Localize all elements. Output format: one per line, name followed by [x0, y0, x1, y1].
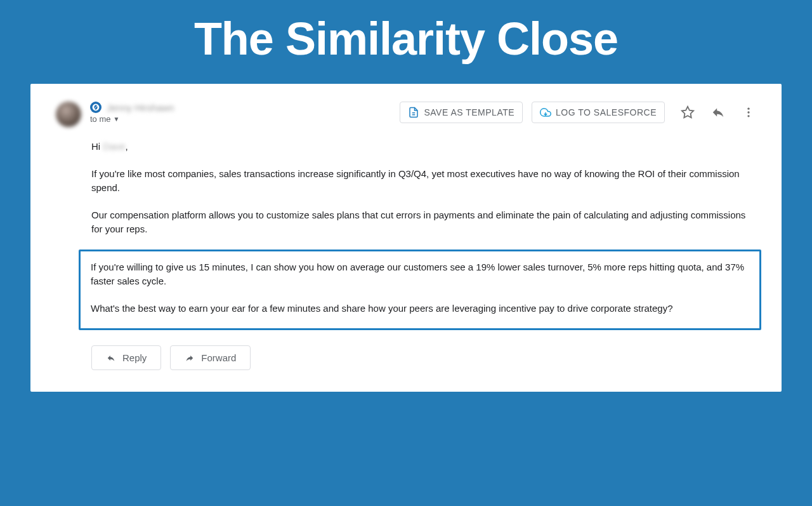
email-footer: Reply Forward: [91, 345, 756, 370]
sender-brand-icon: [90, 102, 102, 113]
cloud-icon: [540, 107, 551, 118]
svg-point-1: [747, 108, 749, 110]
save-template-button[interactable]: SAVE AS TEMPLATE: [400, 102, 523, 123]
log-salesforce-button[interactable]: LOG TO SALESFORCE: [532, 102, 665, 123]
reply-button[interactable]: Reply: [91, 345, 161, 370]
email-header: Jenny Hirshawn to me ▼ SAVE AS TEMPLATE: [56, 102, 756, 127]
greeting-line: Hi Dave,: [91, 140, 756, 154]
greeting-suffix: ,: [125, 141, 128, 152]
email-card: Jenny Hirshawn to me ▼ SAVE AS TEMPLATE: [30, 84, 782, 392]
svg-marker-0: [682, 107, 693, 117]
recipient-label: to me: [90, 114, 111, 124]
greeting-name: Dave: [103, 140, 125, 154]
forward-label: Forward: [201, 352, 236, 363]
greeting-prefix: Hi: [91, 141, 103, 152]
reply-arrow-icon: [106, 354, 116, 363]
body-paragraph-4: What's the best way to earn your ear for…: [91, 302, 749, 316]
chevron-down-icon: ▼: [114, 116, 120, 123]
save-template-label: SAVE AS TEMPLATE: [424, 107, 514, 117]
highlight-box: If you're willing to give us 15 minutes,…: [79, 250, 761, 331]
body-paragraph-2: Our compensation platform allows you to …: [91, 208, 756, 237]
svg-point-3: [747, 115, 749, 117]
reply-icon[interactable]: [710, 105, 726, 120]
document-icon: [408, 107, 419, 118]
page-title: The Similarity Close: [0, 0, 812, 84]
header-actions: SAVE AS TEMPLATE LOG TO SALESFORCE: [400, 102, 756, 123]
reply-label: Reply: [122, 352, 147, 363]
log-salesforce-label: LOG TO SALESFORCE: [556, 107, 657, 117]
sender-avatar[interactable]: [56, 102, 81, 127]
forward-button[interactable]: Forward: [170, 345, 251, 370]
star-icon[interactable]: [680, 105, 695, 120]
body-paragraph-3: If you're willing to give us 15 minutes,…: [91, 260, 749, 289]
forward-arrow-icon: [185, 354, 195, 363]
email-body: Hi Dave, If you're like most companies, …: [91, 140, 756, 330]
more-icon[interactable]: [741, 105, 756, 120]
body-paragraph-1: If you're like most companies, sales tra…: [91, 167, 756, 196]
svg-point-2: [747, 111, 749, 113]
sender-name: Jenny Hirshawn: [107, 102, 174, 113]
